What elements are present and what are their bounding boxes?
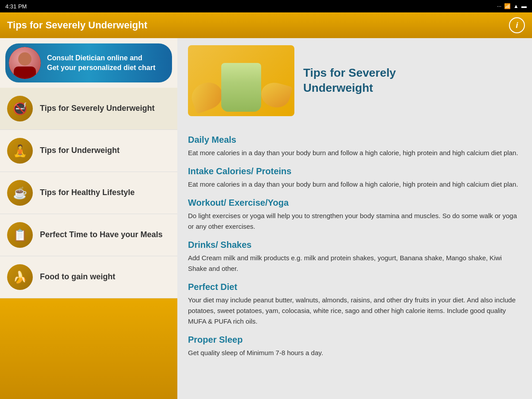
section-title-1: Daily Meals (188, 135, 521, 145)
hero-section: Tips for SeverelyUnderweight (177, 38, 532, 123)
info-button[interactable]: i (509, 17, 525, 33)
section-title-4: Drinks/ Shakes (188, 240, 521, 250)
section-body-5: Your diet may include peanut butter, wal… (188, 295, 521, 327)
section-body-6: Get quality sleep of Minimum 7-8 hours a… (188, 348, 521, 358)
consult-text: Consult Dietician online andGet your per… (47, 53, 156, 73)
section-daily-meals: Daily Meals Eat more calories in a day t… (188, 135, 521, 158)
food-gain-icon: 🍌 (7, 264, 33, 290)
sidebar-label-1: Tips for Severely Underweight (40, 103, 155, 113)
section-title-5: Perfect Diet (188, 282, 521, 292)
sidebar-item-meal-time[interactable]: 📋 Perfect Time to Have your Meals (0, 214, 177, 256)
section-title-2: Intake Calories/ Proteins (188, 166, 521, 176)
main-layout: Consult Dietician online andGet your per… (0, 38, 532, 399)
meal-time-icon: 📋 (7, 222, 33, 248)
hero-image (188, 45, 294, 116)
section-proper-sleep: Proper Sleep Get quality sleep of Minimu… (188, 335, 521, 358)
wifi-icon: ▲ (513, 3, 519, 9)
underweight-icon: 🧘 (7, 138, 33, 164)
section-workout: Workout/ Exercise/Yoga Do light exercise… (188, 198, 521, 232)
section-title-6: Proper Sleep (188, 335, 521, 345)
content-body: Daily Meals Eat more calories in a day t… (177, 123, 532, 369)
sidebar-bottom-decoration (0, 298, 177, 399)
avatar (9, 47, 41, 79)
sidebar-label-3: Tips for Healthy Lifestyle (40, 188, 135, 198)
status-bar: 4:31 PM ··· 📶 ▲ ▬ (0, 0, 532, 12)
severely-underweight-icon: 🚭 (7, 96, 33, 121)
healthy-lifestyle-icon: ☕ (7, 180, 33, 206)
sidebar-label-4: Perfect Time to Have your Meals (40, 230, 163, 240)
sidebar-item-food-gain[interactable]: 🍌 Food to gain weight (0, 256, 177, 298)
sidebar-item-healthy-lifestyle[interactable]: ☕ Tips for Healthy Lifestyle (0, 172, 177, 214)
section-body-1: Eat more calories in a day than your bod… (188, 148, 521, 158)
section-body-3: Do light exercises or yoga will help you… (188, 211, 521, 232)
content-area[interactable]: Tips for SeverelyUnderweight Daily Meals… (177, 38, 532, 399)
sidebar-label-2: Tips for Underweight (40, 145, 120, 156)
mango-right-decoration (258, 80, 293, 111)
consult-banner[interactable]: Consult Dietician online andGet your per… (5, 43, 172, 82)
sidebar-label-5: Food to gain weight (40, 272, 115, 282)
section-drinks-shakes: Drinks/ Shakes Add Cream milk and milk p… (188, 240, 521, 274)
shake-glass-decoration (221, 63, 261, 112)
section-title-3: Workout/ Exercise/Yoga (188, 198, 521, 208)
signal-icon: ··· (497, 3, 501, 9)
time-display: 4:31 PM (5, 3, 27, 10)
page-title: Tips for Severely Underweight (7, 20, 147, 31)
mango-left-decoration (188, 78, 226, 114)
section-body-4: Add Cream milk and milk products e.g. mi… (188, 253, 521, 274)
sidebar-item-underweight[interactable]: 🧘 Tips for Underweight (0, 130, 177, 172)
section-body-2: Eat more calories in a day than your bod… (188, 179, 521, 190)
content-hero-title: Tips for SeverelyUnderweight (303, 66, 396, 96)
section-perfect-diet: Perfect Diet Your diet may include peanu… (188, 282, 521, 327)
sidebar-item-severely-underweight[interactable]: 🚭 Tips for Severely Underweight (0, 88, 177, 130)
section-intake-calories: Intake Calories/ Proteins Eat more calor… (188, 166, 521, 190)
sidebar: Consult Dietician online andGet your per… (0, 38, 177, 399)
header: Tips for Severely Underweight i (0, 12, 532, 38)
battery-icon: ▬ (521, 3, 527, 9)
network-icon: 📶 (504, 3, 511, 9)
status-icons: ··· 📶 ▲ ▬ (497, 3, 527, 9)
